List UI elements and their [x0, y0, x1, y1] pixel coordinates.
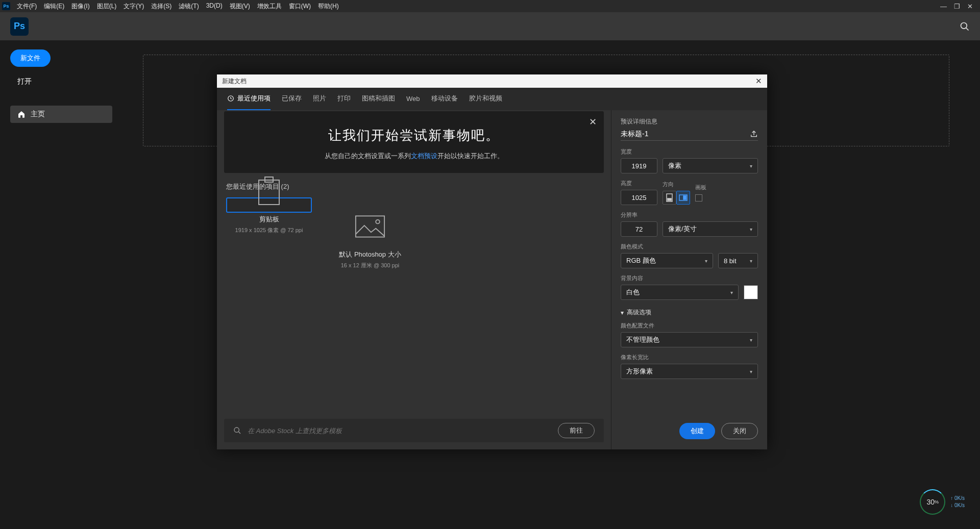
menu-item[interactable]: 文件(F) [13, 2, 40, 11]
advanced-options-toggle[interactable]: ▾高级选项 [621, 308, 758, 317]
resolution-label: 分辨率 [621, 211, 758, 219]
tab-6[interactable]: 移动设备 [431, 88, 458, 110]
menu-item[interactable]: 帮助(H) [314, 2, 342, 11]
dialog-title: 新建文档 [222, 77, 247, 86]
svg-rect-10 [668, 198, 671, 200]
save-preset-icon[interactable] [750, 130, 758, 138]
stock-search-input[interactable] [248, 427, 552, 435]
svg-rect-3 [259, 180, 279, 205]
banner-heading: 让我们开始尝试新事物吧。 [239, 127, 589, 144]
width-unit-select[interactable]: 像素▾ [663, 158, 758, 173]
sidebar-item-home[interactable]: 主页 [10, 106, 112, 123]
bit-depth-select[interactable]: 8 bit▾ [718, 253, 758, 268]
tab-5[interactable]: Web [406, 88, 420, 110]
resolution-input[interactable] [621, 221, 657, 237]
close-button[interactable]: 关闭 [721, 423, 758, 439]
menu-item[interactable]: 增效工具 [254, 2, 285, 11]
preset-dim: 1919 x 1025 像素 @ 72 ppi [235, 226, 303, 234]
chevron-down-icon: ▾ [705, 258, 707, 264]
pixel-aspect-select[interactable]: 方形像素▾ [621, 364, 758, 379]
search-icon [233, 426, 241, 435]
tab-3[interactable]: 打印 [337, 88, 351, 110]
new-file-button[interactable]: 新文件 [10, 49, 51, 67]
tab-7[interactable]: 胶片和视频 [469, 88, 502, 110]
image-icon [355, 211, 385, 242]
height-input[interactable] [621, 190, 657, 205]
artboard-label: 画板 [695, 184, 706, 191]
close-window-button[interactable]: ✕ [967, 3, 973, 10]
chevron-down-icon: ▾ [730, 290, 733, 295]
new-document-dialog: 新建文档 ✕ 最近使用项已保存照片打印图稿和插图Web移动设备胶片和视频 ✕ 让… [217, 74, 767, 449]
document-name-input[interactable] [621, 130, 750, 138]
menu-item[interactable]: 编辑(E) [40, 2, 68, 11]
menubar: Ps 文件(F)编辑(E)图像(I)图层(L)文字(Y)选择(S)滤镜(T)3D… [0, 0, 980, 12]
home-icon [17, 110, 26, 118]
background-color-swatch[interactable] [744, 285, 758, 299]
chevron-down-icon: ▾ [750, 369, 752, 374]
ps-icon-small: Ps [2, 2, 10, 10]
search-icon[interactable] [960, 21, 970, 32]
chevron-down-icon: ▾ [621, 309, 624, 316]
open-button[interactable]: 打开 [10, 73, 39, 90]
svg-point-6 [376, 220, 380, 224]
dialog-titlebar: 新建文档 ✕ [217, 74, 767, 88]
preset-name: 剪贴板 [259, 215, 279, 224]
tab-0[interactable]: 最近使用项 [227, 88, 271, 110]
svg-point-7 [234, 427, 239, 432]
orientation-label: 方向 [663, 181, 690, 188]
tab-4[interactable]: 图稿和插图 [362, 88, 395, 110]
artboard-checkbox[interactable] [695, 194, 702, 201]
background-select[interactable]: 白色▾ [621, 285, 739, 300]
chevron-down-icon: ▾ [750, 226, 752, 232]
chevron-down-icon: ▾ [750, 337, 752, 343]
resolution-unit-select[interactable]: 像素/英寸▾ [663, 221, 758, 237]
svg-rect-5 [356, 216, 384, 237]
download-speed: 0K/s [950, 502, 965, 509]
menu-item[interactable]: 图层(L) [93, 2, 120, 11]
welcome-banner: ✕ 让我们开始尝试新事物吧。 从您自己的文档设置或一系列文档预设开始以快速开始工… [224, 111, 604, 173]
width-input[interactable] [621, 158, 657, 173]
preset-name: 默认 Photoshop 大小 [339, 250, 401, 259]
orientation-landscape-button[interactable] [676, 191, 690, 205]
svg-point-0 [961, 22, 967, 29]
svg-line-8 [238, 432, 240, 434]
menu-item[interactable]: 文字(Y) [120, 2, 148, 11]
color-mode-select[interactable]: RGB 颜色▾ [621, 253, 713, 268]
tab-1[interactable]: 已保存 [282, 88, 302, 110]
width-label: 宽度 [621, 148, 758, 156]
close-icon[interactable]: ✕ [755, 77, 762, 86]
doc-presets-link[interactable]: 文档预设 [411, 152, 437, 160]
ps-logo-icon: Ps [10, 17, 29, 36]
preset-item[interactable]: 剪贴板1919 x 1025 像素 @ 72 ppi [226, 197, 312, 213]
sidebar-item-label: 主页 [31, 110, 45, 119]
preset-item[interactable]: 默认 Photoshop 大小16 x 12 厘米 @ 300 ppi [327, 197, 413, 283]
clipboard-icon [254, 176, 284, 207]
stock-go-button[interactable]: 前往 [558, 423, 595, 438]
banner-close-icon[interactable]: ✕ [589, 116, 597, 128]
preset-list: 剪贴板1919 x 1025 像素 @ 72 ppi默认 Photoshop 大… [224, 197, 604, 283]
color-profile-select[interactable]: 不管理颜色▾ [621, 332, 758, 347]
menu-item[interactable]: 窗口(W) [285, 2, 314, 11]
stock-search-bar: 前往 [224, 419, 604, 442]
menu-item[interactable]: 图像(I) [68, 2, 93, 11]
tab-2[interactable]: 照片 [313, 88, 326, 110]
menu-item[interactable]: 3D(D) [203, 2, 226, 11]
menu-item[interactable]: 选择(S) [148, 2, 175, 11]
details-header: 预设详细信息 [621, 117, 758, 126]
maximize-button[interactable]: ❐ [954, 3, 960, 10]
color-mode-label: 颜色模式 [621, 243, 758, 250]
create-button[interactable]: 创建 [679, 423, 715, 439]
background-label: 背景内容 [621, 274, 758, 282]
chevron-down-icon: ▾ [750, 163, 752, 169]
svg-rect-12 [683, 196, 686, 199]
chevron-down-icon: ▾ [750, 258, 752, 264]
banner-text: 从您自己的文档设置或一系列文档预设开始以快速开始工作。 [239, 152, 589, 161]
menu-item[interactable]: 滤镜(T) [175, 2, 202, 11]
menu-item[interactable]: 视图(V) [226, 2, 254, 11]
orientation-portrait-button[interactable] [663, 191, 676, 205]
preset-dim: 16 x 12 厘米 @ 300 ppi [341, 262, 400, 269]
pixel-aspect-label: 像素长宽比 [621, 354, 758, 361]
window-controls: — ❐ ✕ [940, 3, 978, 10]
upload-speed: 0K/s [950, 495, 965, 502]
minimize-button[interactable]: — [940, 3, 947, 10]
